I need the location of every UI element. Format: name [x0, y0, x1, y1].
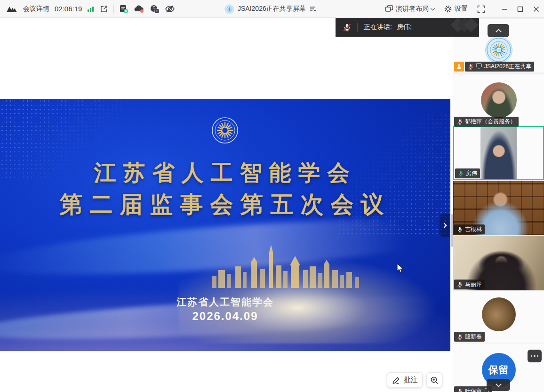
fullscreen-icon: [477, 5, 485, 13]
mic-muted-icon: [468, 64, 473, 70]
slide-footer-org: 江苏省人工智能学会: [0, 296, 450, 309]
titlebar: 会议详情 02:06:19: [0, 0, 544, 18]
layout-icon: [385, 5, 393, 13]
chevron-up-icon: [496, 29, 502, 35]
participant-avatar-photo: [482, 297, 516, 331]
participant-name: 马丽萍: [465, 280, 482, 288]
sidebar-scroll-down-button[interactable]: [487, 379, 510, 391]
participant-tile-yebaoliu[interactable]: 保留 叶保留: [453, 344, 544, 392]
slide-footer-date: 2026.04.09: [0, 310, 450, 323]
shared-screen-area: 江苏省人工智能学会 第二届监事会第五次会议 江苏省人工智能学会 2026.04.…: [0, 18, 453, 392]
chevron-down-icon: [496, 381, 502, 387]
meeting-timer: 02:06:19: [55, 5, 82, 13]
mic-muted-icon: [457, 334, 463, 340]
sharer-avatar: [224, 4, 234, 14]
avatar-text: 保留: [488, 363, 509, 376]
cloud-icon[interactable]: [134, 5, 144, 13]
slide-title-line1: 江苏省人工智能学会: [0, 158, 450, 188]
speaking-toast-prefix: 正在讲话:: [364, 23, 392, 32]
host-badge-icon: [454, 62, 464, 72]
participant-tile-jigenlin[interactable]: 吉根林: [453, 181, 544, 235]
pencil-icon: [392, 376, 401, 384]
participant-tile-yuyanping[interactable]: 郁艳萍（会员服务）: [453, 74, 544, 128]
zoom-in-button[interactable]: [426, 372, 442, 388]
close-button[interactable]: [528, 0, 544, 18]
sidebar-collapse-button[interactable]: [488, 24, 509, 37]
app-logo-icon: [6, 5, 18, 13]
slide-skyline: [202, 243, 372, 290]
presentation-slide: 江苏省人工智能学会 第二届监事会第五次会议 江苏省人工智能学会 2026.04.…: [0, 99, 450, 351]
participants-sidebar: JS: [453, 18, 544, 392]
mic-speaking-icon: [458, 171, 464, 176]
network-signal-icon[interactable]: [87, 6, 95, 12]
annotate-label: 批注: [404, 376, 418, 384]
minimize-button[interactable]: [496, 0, 512, 18]
speaking-toast: 正在讲话: 房伟;: [336, 18, 479, 37]
more-options-button[interactable]: [528, 350, 542, 362]
participant-name: 郁艳萍（会员服务）: [465, 118, 516, 126]
svg-text:T: T: [156, 9, 159, 13]
participant-tile-fangwei[interactable]: 房伟: [453, 126, 544, 180]
participant-name: 吉根林: [465, 225, 482, 233]
settings-label: 设置: [455, 5, 468, 13]
sharing-status-title: JSAI2026正在共享屏幕: [238, 5, 306, 13]
participant-name: JSAI2026正在共享: [484, 63, 531, 71]
mic-muted-icon: [343, 24, 351, 32]
svg-text:JS: JS: [497, 49, 500, 52]
magnifier-plus-icon: [430, 376, 439, 384]
slide-title-line2: 第二届监事会第五次会议: [0, 189, 450, 220]
jsai-logo-avatar: JS: [485, 36, 512, 64]
chevron-right-icon: [441, 223, 447, 228]
participant-name: 叶保留: [465, 387, 482, 392]
annotate-button[interactable]: 批注: [387, 372, 423, 388]
mic-muted-icon: [457, 282, 463, 288]
ellipsis-icon: [531, 355, 539, 357]
association-emblem: [211, 117, 239, 144]
watermark-logo: [456, 20, 476, 30]
interpretation-icon[interactable]: T: [150, 4, 160, 14]
mic-muted-icon: [457, 389, 463, 392]
participant-avatar-photo: [481, 82, 517, 118]
toast-divider: [357, 23, 358, 32]
mouse-cursor: [397, 263, 404, 273]
participant-name: 房伟: [466, 169, 477, 177]
fullscreen-button[interactable]: [472, 0, 490, 18]
mic-muted-icon: [457, 119, 463, 125]
settings-button[interactable]: 设置: [439, 0, 472, 18]
gear-icon: [444, 5, 452, 13]
speaking-toast-names: 房伟;: [397, 23, 412, 32]
layout-selector-button[interactable]: 演讲者布局: [380, 0, 439, 18]
layout-selector-label: 演讲者布局: [396, 5, 429, 13]
screen-share-icon: [476, 63, 482, 70]
share-fluency-icon[interactable]: [309, 6, 317, 12]
participant-tile-maliping[interactable]: 马丽萍: [453, 236, 544, 290]
slide-expand-button[interactable]: [440, 214, 450, 237]
maximize-button[interactable]: [512, 0, 528, 18]
meeting-details-button[interactable]: 会议详情: [23, 5, 49, 13]
participant-video: [480, 127, 517, 179]
participant-name: 殷新春: [465, 333, 482, 341]
recording-icon[interactable]: [119, 4, 129, 14]
mic-on-icon: [457, 227, 463, 232]
chevron-down-icon: [431, 6, 435, 11]
participant-tile-yinxinchun[interactable]: 殷新春: [453, 291, 544, 343]
open-external-icon[interactable]: [100, 5, 108, 13]
privacy-eye-off-icon[interactable]: [165, 5, 175, 13]
